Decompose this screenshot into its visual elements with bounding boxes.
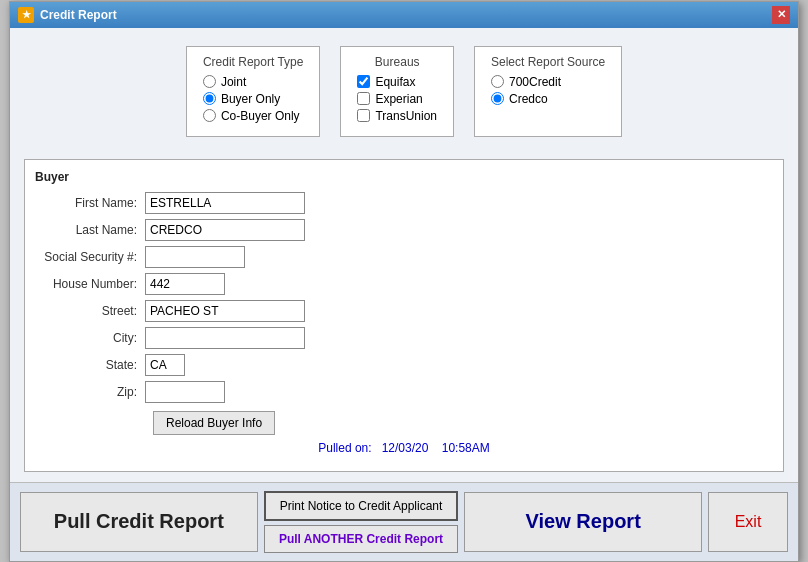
title-bar-left: ★ Credit Report — [18, 7, 117, 23]
transunion-label: TransUnion — [375, 109, 437, 123]
co-buyer-only-label: Co-Buyer Only — [221, 109, 300, 123]
pulled-on-prefix: Pulled on: — [318, 441, 371, 455]
exit-button[interactable]: Exit — [708, 492, 788, 552]
equifax-label: Equifax — [375, 75, 415, 89]
radio-joint[interactable]: Joint — [203, 75, 304, 89]
reload-btn-row: Reload Buyer Info — [153, 411, 773, 435]
reload-buyer-info-button[interactable]: Reload Buyer Info — [153, 411, 275, 435]
radio-co-buyer-only[interactable]: Co-Buyer Only — [203, 109, 304, 123]
action-bar: Pull Credit Report Print Notice to Credi… — [10, 482, 798, 561]
check-transunion[interactable]: TransUnion — [357, 109, 437, 123]
pulled-on-time: 10:58AM — [442, 441, 490, 455]
first-name-row: First Name: — [35, 192, 773, 214]
pulled-on-date: 12/03/20 — [382, 441, 429, 455]
first-name-label: First Name: — [35, 196, 145, 210]
report-source-group: Select Report Source 700Credit Credco — [474, 46, 622, 137]
ssn-input[interactable] — [145, 246, 245, 268]
check-equifax[interactable]: Equifax — [357, 75, 437, 89]
city-row: City: — [35, 327, 773, 349]
experian-label: Experian — [375, 92, 422, 106]
pull-another-button[interactable]: Pull ANOTHER Credit Report — [264, 525, 458, 553]
radio-700credit[interactable]: 700Credit — [491, 75, 605, 89]
zip-input[interactable] — [145, 381, 225, 403]
last-name-row: Last Name: — [35, 219, 773, 241]
700credit-label: 700Credit — [509, 75, 561, 89]
last-name-label: Last Name: — [35, 223, 145, 237]
last-name-input[interactable] — [145, 219, 305, 241]
buyer-section: Buyer First Name: Last Name: Social Secu… — [24, 159, 784, 472]
joint-label: Joint — [221, 75, 246, 89]
state-input[interactable] — [145, 354, 185, 376]
pulled-on-text: Pulled on: 12/03/20 10:58AM — [35, 441, 773, 459]
zip-row: Zip: — [35, 381, 773, 403]
bureaus-title: Bureaus — [357, 55, 437, 69]
city-input[interactable] — [145, 327, 305, 349]
ssn-row: Social Security #: — [35, 246, 773, 268]
radio-buyer-only[interactable]: Buyer Only — [203, 92, 304, 106]
house-number-label: House Number: — [35, 277, 145, 291]
title-bar: ★ Credit Report ✕ — [10, 2, 798, 28]
city-label: City: — [35, 331, 145, 345]
street-input[interactable] — [145, 300, 305, 322]
radio-credco[interactable]: Credco — [491, 92, 605, 106]
pull-credit-report-button[interactable]: Pull Credit Report — [20, 492, 258, 552]
street-row: Street: — [35, 300, 773, 322]
credit-report-window: ★ Credit Report ✕ Credit Report Type Joi… — [9, 1, 799, 562]
credco-label: Credco — [509, 92, 548, 106]
ssn-label: Social Security #: — [35, 250, 145, 264]
credit-report-type-title: Credit Report Type — [203, 55, 304, 69]
middle-buttons: Print Notice to Credit Applicant Pull AN… — [264, 491, 459, 553]
check-experian[interactable]: Experian — [357, 92, 437, 106]
bureaus-group: Bureaus Equifax Experian TransUnion — [340, 46, 454, 137]
house-number-input[interactable] — [145, 273, 225, 295]
house-number-row: House Number: — [35, 273, 773, 295]
close-button[interactable]: ✕ — [772, 6, 790, 24]
print-notice-button[interactable]: Print Notice to Credit Applicant — [264, 491, 459, 521]
top-section: Credit Report Type Joint Buyer Only Co-B… — [24, 38, 784, 149]
first-name-input[interactable] — [145, 192, 305, 214]
zip-label: Zip: — [35, 385, 145, 399]
state-row: State: — [35, 354, 773, 376]
buyer-only-label: Buyer Only — [221, 92, 280, 106]
state-label: State: — [35, 358, 145, 372]
main-content: Credit Report Type Joint Buyer Only Co-B… — [10, 28, 798, 482]
credit-report-type-group: Credit Report Type Joint Buyer Only Co-B… — [186, 46, 321, 137]
view-report-button[interactable]: View Report — [464, 492, 702, 552]
street-label: Street: — [35, 304, 145, 318]
report-source-title: Select Report Source — [491, 55, 605, 69]
buyer-section-title: Buyer — [35, 170, 773, 184]
window-title: Credit Report — [40, 8, 117, 22]
window-icon: ★ — [18, 7, 34, 23]
